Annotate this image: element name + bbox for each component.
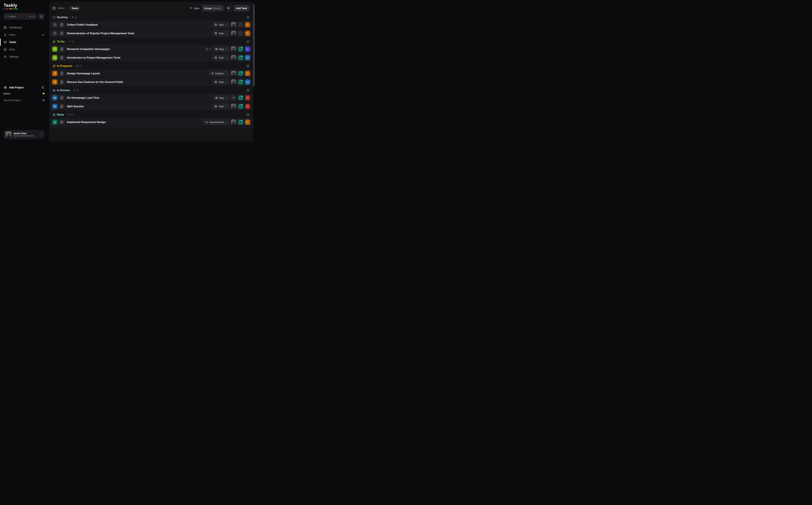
sidebar-item-docs[interactable]: Docs <box>4 46 44 53</box>
app-logo[interactable]: Taskly <box>4 3 44 9</box>
task-title[interactable]: Collect Public Feedback <box>67 23 98 26</box>
type-dropdown[interactable]: Bug <box>213 46 229 52</box>
sidebar-item-inbox[interactable]: Inbox 23 <box>4 31 44 38</box>
task-row[interactable]: 2 Collect Public Feedback Task <box>49 21 253 29</box>
progress-indicator[interactable] <box>238 79 243 85</box>
progress-indicator[interactable] <box>238 104 243 109</box>
assignee-avatar[interactable] <box>231 55 236 60</box>
task-title[interactable]: Research Competitor Homepages <box>67 47 110 51</box>
priority-button[interactable] <box>245 31 250 36</box>
task-title[interactable]: Demonstration of Popular Project Managem… <box>67 32 134 35</box>
group-name[interactable]: Done <box>57 113 64 116</box>
type-dropdown[interactable]: Task <box>213 55 229 60</box>
sidebar-item-tasks[interactable]: Tasks <box>4 39 44 46</box>
assignee-avatar[interactable] <box>231 31 236 36</box>
status-chip-in-progress[interactable] <box>52 71 57 76</box>
progress-indicator[interactable] <box>238 71 243 76</box>
vertical-scrollbar[interactable] <box>253 4 255 86</box>
sidebar-item-settings[interactable]: Settings <box>4 53 44 60</box>
new-item-button[interactable] <box>38 13 44 20</box>
sidebar-item-dashboard[interactable]: Dashboard <box>4 24 44 31</box>
task-row[interactable]: 4 Demonstration of Popular Project Manag… <box>49 29 253 37</box>
task-row[interactable]: 2 Q&A Session Task <box>49 102 253 110</box>
breadcrumb-project[interactable]: Demo <box>58 7 64 10</box>
status-chip-done[interactable] <box>52 120 57 125</box>
group-name[interactable]: To Do <box>57 40 64 43</box>
add-task-to-group-button[interactable] <box>246 16 250 19</box>
progress-indicator[interactable] <box>238 95 243 101</box>
status-chip-backlog[interactable] <box>52 31 57 36</box>
type-dropdown[interactable]: Bug <box>213 95 229 101</box>
assignee-avatar[interactable] <box>231 46 236 52</box>
assignee-avatar[interactable] <box>231 79 236 85</box>
task-row[interactable]: 4 Research Competitor Homepages 2 Bug <box>49 45 253 53</box>
arrow-down-icon <box>246 48 249 50</box>
progress-indicator[interactable] <box>238 55 243 60</box>
priority-button[interactable] <box>245 120 250 125</box>
task-row[interactable]: 3 Design Homepage Layout Feature <box>49 69 253 77</box>
group-by-button[interactable]: Group [Status] <box>202 5 224 11</box>
task-title[interactable]: Implement Responsive Design <box>67 121 106 124</box>
task-title[interactable]: Design Homepage Layout <box>67 72 100 75</box>
status-chip-backlog[interactable] <box>52 22 57 27</box>
add-task-to-group-button[interactable] <box>246 113 250 116</box>
task-row[interactable]: 4 Fix Homepage Load Time Bug <box>49 94 253 102</box>
sidebar-project-second[interactable]: Second Project <box>4 97 44 104</box>
progress-indicator[interactable] <box>238 22 243 27</box>
priority-button[interactable] <box>245 55 250 60</box>
priority-button[interactable] <box>245 79 250 85</box>
progress-indicator[interactable] <box>238 46 243 52</box>
task-row[interactable]: 5 Implement Responsive Design Improvemen… <box>49 118 253 126</box>
priority-button[interactable] <box>245 71 250 76</box>
assignee-avatar[interactable] <box>231 22 236 27</box>
search-input-box[interactable]: ⌘ + k <box>4 13 37 20</box>
group-name[interactable]: In Review <box>57 89 70 92</box>
status-chip-in-review[interactable] <box>52 95 57 101</box>
assignee-avatar[interactable] <box>231 104 236 109</box>
priority-button[interactable] <box>245 46 250 52</box>
assignee-avatar[interactable] <box>231 71 236 76</box>
add-project-button[interactable]: Add Project <box>4 86 44 89</box>
progress-indicator[interactable] <box>238 31 243 36</box>
progress-indicator[interactable] <box>238 120 243 125</box>
sidebar-toggle-button[interactable] <box>52 6 56 10</box>
add-task-to-group-button[interactable] <box>246 89 250 92</box>
task-title[interactable]: Discuss Key Features for the General Pub… <box>67 80 123 83</box>
add-task-to-group-button[interactable] <box>246 64 250 68</box>
task-row[interactable]: 3 Discuss Key Features for the General P… <box>49 78 253 86</box>
type-dropdown[interactable]: Improvement <box>203 119 229 125</box>
add-task-to-group-button[interactable] <box>246 40 250 43</box>
status-chip-in-progress[interactable] <box>52 79 57 85</box>
assignee-avatar[interactable] <box>231 120 236 125</box>
status-chip-in-review[interactable] <box>52 104 57 109</box>
type-dropdown[interactable]: Feature <box>209 70 229 76</box>
invite-members-button[interactable] <box>41 86 44 89</box>
task-title[interactable]: Fix Homepage Load Time <box>67 96 99 99</box>
task-title[interactable]: Introduction to Project Management Tools <box>67 56 121 59</box>
add-task-button[interactable]: Add Task <box>233 5 250 11</box>
type-dropdown[interactable]: Task <box>213 30 229 36</box>
task-title[interactable]: Q&A Session <box>67 105 84 108</box>
group-name[interactable]: In Progress <box>57 64 72 68</box>
priority-button[interactable] <box>245 22 250 27</box>
task-list-icon <box>215 23 217 26</box>
type-dropdown[interactable]: Task <box>213 104 229 109</box>
type-dropdown[interactable]: Task <box>213 79 229 85</box>
status-chip-todo[interactable] <box>52 55 57 60</box>
project-color-dot <box>43 93 44 95</box>
breadcrumb-page[interactable]: Tasks <box>70 6 80 11</box>
status-chip-todo[interactable] <box>52 46 57 52</box>
comments-indicator[interactable]: 2 <box>206 48 211 50</box>
priority-button[interactable] <box>245 95 250 101</box>
user-profile-card[interactable]: Sarah Chen sarah.chen@acmetech.... <box>4 130 44 139</box>
assignee-avatar-unassigned[interactable] <box>231 95 236 101</box>
priority-button[interactable] <box>245 104 250 109</box>
sidebar-project-demo[interactable]: Demo <box>4 90 44 97</box>
group-name[interactable]: Backlog <box>57 16 68 19</box>
filter-open-button[interactable]: Open <box>187 5 202 11</box>
type-dropdown[interactable]: Task <box>213 22 229 27</box>
user-menu-button[interactable] <box>40 133 42 136</box>
ai-assist-button[interactable] <box>225 5 232 11</box>
search-input[interactable] <box>9 15 28 18</box>
task-row[interactable]: 3 Introduction to Project Management Too… <box>49 53 253 62</box>
